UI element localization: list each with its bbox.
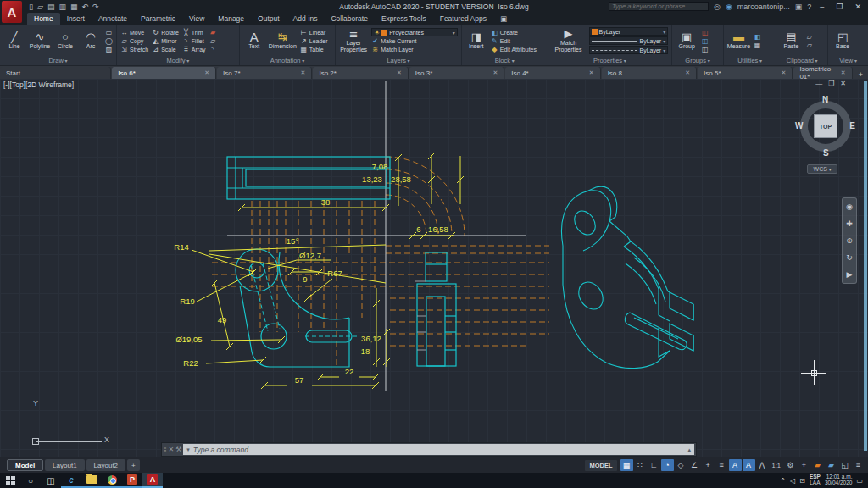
copy-clip-icon[interactable]: ▱: [805, 33, 813, 41]
erase-icon[interactable]: ▰: [209, 29, 217, 36]
dynamic-input-icon[interactable]: +: [702, 459, 715, 471]
undo-icon[interactable]: ↶: [81, 3, 88, 11]
close-button[interactable]: ✕: [851, 3, 865, 11]
chrome-taskbar-icon[interactable]: [102, 473, 122, 488]
snap-toggle-icon[interactable]: ∷: [634, 459, 647, 471]
grid-toggle-icon[interactable]: ▦: [620, 459, 633, 471]
rectangle-icon[interactable]: ▭: [105, 29, 113, 36]
offset-icon[interactable]: ◝: [209, 46, 217, 53]
tab-parametric[interactable]: Parametric: [134, 13, 182, 25]
ellipse-icon[interactable]: ◯: [105, 37, 113, 45]
line-button[interactable]: ╱Line: [3, 31, 25, 50]
workspace-gear-icon[interactable]: ⚙: [784, 459, 797, 471]
file-tab-iso4[interactable]: Iso 4*✕: [505, 67, 600, 79]
tab-view[interactable]: View: [182, 13, 211, 25]
viewport-label[interactable]: [-][Top][2D Wireframe]: [3, 80, 74, 89]
nav-motion-icon[interactable]: ▶: [847, 270, 853, 279]
panel-label-draw[interactable]: Draw: [0, 57, 116, 65]
circle-button[interactable]: ○Circle: [54, 31, 76, 50]
close-tab-icon[interactable]: ✕: [685, 69, 690, 76]
volume-icon[interactable]: ◁: [790, 477, 795, 485]
linear-button[interactable]: ⊢Linear: [300, 29, 328, 36]
autocad-taskbar-icon[interactable]: A: [142, 473, 163, 488]
close-tab-icon[interactable]: ✕: [397, 69, 402, 76]
panel-label-clipboard[interactable]: Clipboard: [776, 57, 827, 65]
cut-clip-icon[interactable]: ▱: [805, 42, 813, 49]
language-indicator[interactable]: ESPLAA: [810, 474, 821, 486]
dimension-button[interactable]: ↹Dimension: [269, 31, 297, 50]
start-button[interactable]: [0, 473, 20, 488]
viewcube-north[interactable]: N: [822, 95, 828, 104]
camera-icon[interactable]: ▣: [493, 13, 514, 25]
ortho-toggle-icon[interactable]: ∟: [648, 459, 660, 471]
plot-icon[interactable]: ▦: [70, 3, 78, 11]
file-tab-start[interactable]: Start: [0, 67, 111, 79]
group-button[interactable]: ▣Group: [676, 31, 698, 50]
tab-express-tools[interactable]: Express Tools: [375, 13, 433, 25]
network-icon[interactable]: ⊡: [799, 477, 805, 485]
quick-calc-icon[interactable]: ▦: [754, 42, 761, 49]
annotation-monitor-icon[interactable]: +: [798, 459, 810, 471]
panel-label-block[interactable]: Block: [462, 57, 548, 65]
copy-button[interactable]: ▱Copy: [120, 37, 148, 45]
close-tab-icon[interactable]: ✕: [301, 69, 306, 76]
viewcube-west[interactable]: W: [795, 121, 803, 130]
task-view-button[interactable]: ◫: [41, 473, 61, 488]
tray-expand-icon[interactable]: ⌃: [780, 477, 786, 485]
viewcube-top-face[interactable]: TOP: [814, 114, 837, 138]
panel-label-properties[interactable]: Properties: [548, 57, 672, 65]
stretch-button[interactable]: ⇲Stretch: [120, 46, 148, 53]
viewcube-east[interactable]: E: [849, 121, 855, 130]
tab-addins[interactable]: Add-ins: [287, 13, 325, 25]
saveas-icon[interactable]: ▥: [58, 3, 66, 11]
layout-tab-model[interactable]: Model: [7, 459, 43, 471]
save-icon[interactable]: ▤: [47, 3, 55, 11]
base-button[interactable]: ◰Base: [832, 31, 854, 50]
make-current-button[interactable]: ✔Make Current: [371, 37, 458, 45]
color-dropdown[interactable]: ByLayer: [589, 27, 669, 36]
lineweight-dropdown[interactable]: ByLayer: [589, 36, 669, 45]
rotate-button[interactable]: ↻Rotate: [152, 29, 179, 36]
paste-button[interactable]: ▤Paste: [780, 31, 802, 50]
new-icon[interactable]: ▯: [29, 3, 33, 11]
match-layer-button[interactable]: ≋Match Layer: [371, 46, 458, 53]
lineweight-toggle-icon[interactable]: ≡: [715, 459, 728, 471]
new-tab-button[interactable]: +: [854, 70, 868, 79]
array-button[interactable]: ⠿Array: [182, 46, 206, 53]
polyline-button[interactable]: ∿Polyline: [29, 31, 51, 50]
cart-icon[interactable]: ▣: [795, 3, 803, 11]
restore-button[interactable]: ❐: [832, 3, 846, 11]
group-select-icon[interactable]: ◫: [701, 46, 709, 53]
doc-minimize-icon[interactable]: —: [815, 80, 822, 87]
mirror-button[interactable]: ◭Mirror: [152, 37, 179, 45]
explode-icon[interactable]: ▱: [209, 37, 217, 45]
close-tab-icon[interactable]: ✕: [204, 69, 209, 76]
file-tab-iso2[interactable]: Iso 2*✕: [313, 67, 408, 79]
file-tab-isometrico01[interactable]: Isometrico 01*✕: [793, 67, 852, 79]
doc-close-icon[interactable]: ✕: [840, 80, 846, 87]
layout-tab-layout2[interactable]: Layout2: [86, 459, 125, 471]
command-input[interactable]: ▾ Type a command ▴: [183, 444, 694, 455]
close-tab-icon[interactable]: ✕: [589, 69, 594, 76]
close-tab-icon[interactable]: ✕: [782, 69, 787, 76]
linetype-dropdown[interactable]: ByLayer: [589, 46, 669, 54]
panel-label-modify[interactable]: Modify: [117, 57, 239, 65]
nav-pan-icon[interactable]: ✚: [846, 219, 853, 228]
viewcube-south[interactable]: S: [823, 148, 829, 158]
autoscale-icon[interactable]: A: [743, 459, 755, 471]
account-name[interactable]: marcoantonip...: [737, 3, 790, 11]
polar-tracking-icon[interactable]: ◔: [661, 459, 674, 471]
panel-label-utilities[interactable]: Utilities: [724, 57, 776, 65]
minimize-button[interactable]: –: [816, 3, 827, 11]
model-space-canvas[interactable]: 7,08 13,23 28,58 38 15° Ø12,7 9 R67 R14 …: [0, 79, 868, 458]
panel-label-annotation[interactable]: Annotation: [240, 57, 335, 65]
tab-home[interactable]: Home: [27, 13, 60, 25]
model-space-button[interactable]: MODEL: [585, 460, 616, 471]
tray-update-icon[interactable]: ▰: [825, 459, 837, 471]
command-close-icon[interactable]: ✕: [168, 446, 173, 453]
customization-menu-icon[interactable]: ≡: [852, 459, 865, 471]
tray-app-icon[interactable]: ▰: [811, 459, 824, 471]
otrack-icon[interactable]: ∠: [688, 459, 701, 471]
tab-annotate[interactable]: Annotate: [92, 13, 134, 25]
search-icon[interactable]: ◎: [714, 3, 721, 11]
